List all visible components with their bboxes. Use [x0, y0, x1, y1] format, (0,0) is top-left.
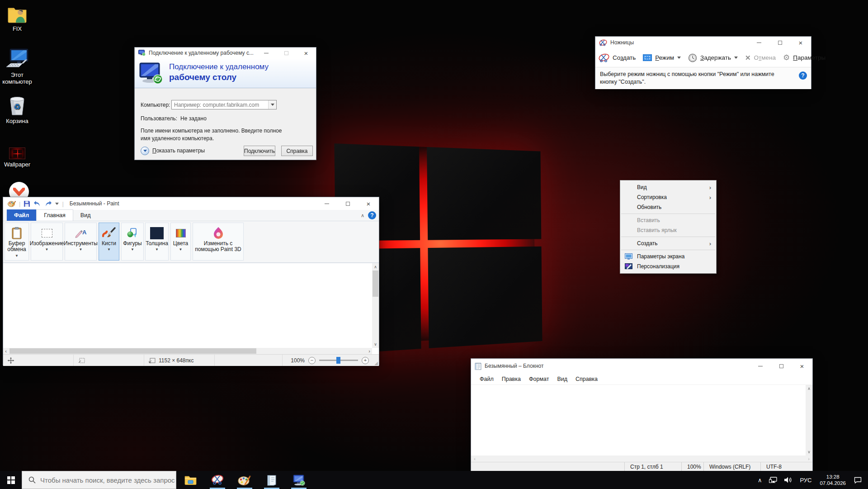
menu-view[interactable]: Вид — [553, 376, 571, 382]
scroll-down-icon[interactable]: ∨ — [372, 342, 379, 347]
tab-file[interactable]: Файл — [7, 209, 36, 221]
close-button[interactable]: × — [358, 197, 379, 210]
redo-icon[interactable] — [44, 200, 52, 207]
paint-help-icon[interactable]: ? — [368, 211, 376, 219]
menu-item-view[interactable]: Вид › — [620, 182, 716, 192]
notepad-titlebar[interactable]: Безымянный – Блокнот × — [471, 359, 812, 373]
delay-button[interactable]: Задержать — [688, 53, 738, 62]
close-button[interactable]: × — [790, 37, 811, 48]
zoom-slider-thumb[interactable] — [336, 357, 340, 364]
close-button[interactable]: × — [792, 359, 812, 373]
network-icon[interactable] — [765, 471, 781, 489]
taskbar-icon-explorer[interactable] — [177, 471, 203, 489]
desktop-icon-recycle-bin[interactable]: ♻ Корзина — [0, 95, 36, 124]
menu-file[interactable]: Файл — [476, 376, 498, 382]
taskbar-icon-remote-desktop[interactable] — [286, 471, 312, 489]
tools-group-button[interactable]: A Инструменты ▼ — [65, 223, 97, 261]
vertical-scrollbar[interactable]: ∧ ∨ — [372, 263, 379, 348]
menu-item-display-settings[interactable]: Параметры экрана — [620, 252, 716, 261]
menu-item-refresh[interactable]: Обновить — [620, 202, 716, 212]
image-group-button[interactable]: Изображение ▼ — [31, 223, 63, 261]
close-button[interactable]: × — [296, 47, 316, 58]
collapse-ribbon-icon[interactable]: ∧ — [361, 213, 364, 218]
desktop-icon-this-pc[interactable]: Этот компьютер — [0, 48, 36, 85]
tab-home[interactable]: Главная — [36, 209, 73, 221]
brushes-group-button[interactable]: Кисти ▼ — [99, 223, 119, 261]
paint-canvas[interactable] — [3, 263, 372, 348]
connect-button[interactable]: Подключить — [244, 146, 275, 156]
zoom-level: 100% — [291, 357, 305, 364]
colors-group-button[interactable]: Цвета ▼ — [170, 223, 191, 261]
scroll-left-icon[interactable]: ‹ — [3, 348, 9, 354]
help-button[interactable]: Справка — [281, 146, 313, 156]
taskbar-search-box[interactable] — [22, 471, 176, 489]
zoom-out-button[interactable]: − — [308, 357, 316, 364]
scroll-down-icon[interactable]: ∨ — [806, 450, 812, 454]
scroll-right-icon[interactable]: › — [806, 456, 811, 462]
minimize-button[interactable] — [316, 197, 337, 210]
clipboard-group-button[interactable]: Буфер обмена ▼ — [5, 223, 29, 261]
zoom-in-button[interactable]: + — [362, 357, 369, 364]
create-button[interactable]: Создать — [599, 53, 636, 62]
tab-view[interactable]: Вид — [73, 209, 98, 221]
qat-dropdown-icon[interactable] — [55, 203, 59, 205]
zoom-slider[interactable] — [319, 360, 358, 361]
menu-item-personalization[interactable]: Персонализация — [620, 261, 716, 271]
taskbar-icon-snipping-tool[interactable] — [204, 471, 231, 489]
options-button[interactable]: ⚙ Параметры — [783, 54, 826, 62]
gear-icon: ⚙ — [783, 54, 790, 62]
vertical-scrollbar[interactable]: ∧ ∨ — [806, 385, 812, 456]
minimize-button[interactable] — [749, 37, 769, 48]
rdp-header-line1: Подключение к удаленному — [169, 62, 269, 71]
resize-grip[interactable]: ◢ — [374, 361, 378, 366]
desktop-icon-fix[interactable]: FIX — [0, 5, 36, 32]
rdp-titlebar[interactable]: Подключение к удаленному рабочему с... × — [135, 47, 316, 58]
display-icon — [625, 253, 632, 260]
scrollbar-thumb[interactable] — [9, 348, 256, 354]
scroll-left-icon[interactable]: ‹ — [472, 456, 477, 462]
minimize-button[interactable] — [256, 47, 276, 58]
maximize-button[interactable] — [771, 359, 792, 373]
combo-dropdown-button[interactable] — [268, 100, 276, 109]
start-button[interactable] — [0, 471, 22, 489]
language-indicator[interactable]: РУС — [796, 471, 815, 489]
show-options-label[interactable]: Показать параметры — [152, 147, 205, 154]
horizontal-scrollbar[interactable]: ‹ › — [3, 348, 372, 354]
desktop-icon-wallpaper[interactable]: Wallpaper — [0, 147, 36, 168]
scrollbar-thumb[interactable] — [373, 271, 378, 297]
scroll-up-icon[interactable]: ∧ — [806, 386, 812, 391]
menu-edit[interactable]: Правка — [498, 376, 525, 382]
search-input[interactable] — [40, 476, 176, 484]
scroll-right-icon[interactable]: › — [367, 348, 372, 354]
menu-item-paste: Вставить — [620, 215, 716, 225]
snipping-titlebar[interactable]: Ножницы × — [595, 37, 811, 48]
menu-item-new[interactable]: Создать › — [620, 238, 716, 248]
scroll-up-icon[interactable]: ∧ — [372, 265, 379, 269]
menu-help[interactable]: Справка — [571, 376, 602, 382]
computer-input[interactable] — [172, 100, 268, 109]
volume-icon[interactable] — [781, 471, 796, 489]
shapes-group-button[interactable]: Фигуры ▼ — [121, 223, 144, 261]
menu-format[interactable]: Формат — [525, 376, 553, 382]
mode-button[interactable]: Режим — [643, 54, 681, 61]
computer-combobox[interactable] — [171, 100, 277, 109]
taskbar-icon-paint[interactable] — [231, 471, 258, 489]
undo-icon[interactable] — [33, 200, 41, 207]
menu-item-sort[interactable]: Сортировка › — [620, 192, 716, 202]
paint3d-button[interactable]: Изменить с помощью Paint 3D — [193, 223, 244, 261]
minimize-button[interactable] — [750, 359, 771, 373]
show-options-chevron-icon[interactable] — [141, 147, 149, 155]
hidden-icons-chevron[interactable]: ∧ — [754, 471, 766, 489]
maximize-button[interactable] — [337, 197, 358, 210]
horizontal-scrollbar[interactable]: ‹ › — [471, 456, 812, 462]
notepad-text-area[interactable] — [471, 385, 806, 456]
paint-titlebar[interactable]: | | Безымянный - Paint × — [3, 197, 379, 210]
action-center-icon[interactable] — [850, 471, 868, 489]
zoom-controls: 100% − + — [291, 357, 379, 364]
help-icon[interactable]: ? — [799, 71, 807, 80]
taskbar-icon-notepad[interactable] — [259, 471, 285, 489]
taskbar-clock[interactable]: 13:28 07.04.2026 — [815, 474, 850, 486]
thickness-group-button[interactable]: Толщина ▼ — [145, 223, 169, 261]
save-icon[interactable] — [24, 200, 30, 207]
maximize-button[interactable] — [769, 37, 790, 48]
